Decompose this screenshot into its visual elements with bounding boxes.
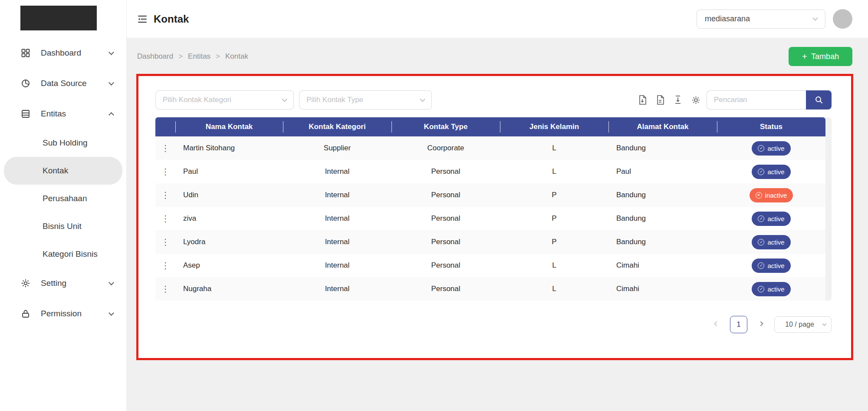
page-title: Kontak [154, 13, 189, 25]
cell-kontak-kategori: Supplier [283, 136, 391, 160]
search-button[interactable] [806, 90, 832, 109]
kontak-kategori-select[interactable]: Pilih Kontak Kategori [155, 90, 294, 109]
chevron-down-icon [812, 15, 818, 21]
tambah-button[interactable]: + Tambah [789, 47, 852, 66]
row-drag-handle[interactable]: ⋮ [161, 213, 170, 224]
cell-jenis-kelamin: L [500, 136, 608, 160]
sidebar-item-setting[interactable]: Setting [0, 268, 126, 298]
sidebar-item-label: Data Source [41, 79, 99, 88]
column-header-status[interactable]: Status [717, 117, 825, 136]
table-row[interactable]: ⋮ Nugraha Internal Personal L Cimahi act… [155, 277, 825, 301]
page-size-value: 10 / page [780, 321, 819, 328]
app-logo [20, 6, 97, 30]
cell-kontak-type: Personal [391, 277, 500, 301]
sidebar-subitem-bisnis-unit[interactable]: Bisnis Unit [4, 212, 122, 240]
pagination: 1 10 / page [713, 316, 832, 333]
cell-jenis-kelamin: L [500, 277, 608, 301]
breadcrumb-item-entitas[interactable]: Entitas [188, 52, 210, 61]
sidebar-menu: Dashboard Data Source Entitas [0, 38, 126, 329]
sidebar-item-label: Setting [41, 278, 99, 288]
cell-kontak-type: Personal [391, 230, 500, 254]
workspace-select[interactable]: mediasarana [697, 10, 825, 29]
entitas-submenu: Sub Holding Kontak Perusahaan Bisnis Uni… [0, 129, 126, 268]
status-icon [758, 169, 764, 175]
column-header-nama-kontak[interactable]: Nama Kontak [175, 117, 283, 136]
table-row[interactable]: ⋮ Udin Internal Personal P Bandung inact… [155, 183, 825, 207]
kontak-type-select[interactable]: Pilih Kontak Type [299, 90, 432, 109]
gear-icon[interactable] [691, 95, 700, 105]
status-label: active [767, 215, 784, 222]
sidebar-subitem-kategori-bisnis[interactable]: Kategori Bisnis [4, 240, 122, 268]
cell-jenis-kelamin: P [500, 183, 608, 207]
page-size-select[interactable]: 10 / page [774, 316, 832, 333]
search-input[interactable] [707, 90, 806, 109]
cell-nama-kontak: ziva [175, 207, 283, 230]
file-export-icon[interactable] [638, 95, 647, 105]
sidebar-item-entitas[interactable]: Entitas [0, 99, 126, 129]
cell-kontak-kategori: Internal [283, 207, 391, 230]
breadcrumb-item-dashboard[interactable]: Dashboard [137, 52, 173, 61]
table-row[interactable]: ⋮ Asep Internal Personal L Cimahi active [155, 254, 825, 277]
menu-fold-icon[interactable] [137, 14, 148, 24]
sidebar-subitem-sub-holding[interactable]: Sub Holding [4, 129, 122, 157]
subheader: Dashboard > Entitas > Kontak + Tambah [127, 38, 868, 75]
column-header-jenis-kelamin[interactable]: Jenis Kelamin [500, 117, 608, 136]
cell-jenis-kelamin: P [500, 207, 608, 230]
table-scrollbar[interactable] [825, 117, 832, 301]
sidebar-item-dashboard[interactable]: Dashboard [0, 38, 126, 68]
cell-alamat-kontak: Bandung [608, 207, 717, 230]
status-label: active [767, 168, 784, 176]
chevron-down-icon [822, 322, 827, 326]
chevron-down-icon [108, 80, 114, 86]
chevron-down-icon [108, 310, 114, 316]
sidebar: Dashboard Data Source Entitas [0, 0, 127, 411]
table-row[interactable]: ⋮ Lyodra Internal Personal P Bandung act… [155, 230, 825, 254]
column-header-kontak-kategori[interactable]: Kontak Kategori [283, 117, 391, 136]
sidebar-item-permission[interactable]: Permission [0, 298, 126, 329]
status-icon [758, 262, 764, 269]
cell-jenis-kelamin: P [500, 230, 608, 254]
sidebar-subitem-perusahaan[interactable]: Perusahaan [4, 185, 122, 212]
row-drag-handle[interactable]: ⋮ [161, 190, 170, 200]
sidebar-item-label: Dashboard [41, 48, 99, 58]
pagination-next[interactable] [758, 324, 764, 325]
pagination-prev[interactable] [713, 324, 720, 325]
cell-kontak-type: Personal [391, 254, 500, 277]
row-drag-handle[interactable]: ⋮ [161, 260, 170, 271]
table-row[interactable]: ⋮ Martin Sitohang Supplier Coorporate L … [155, 136, 825, 160]
status-label: active [767, 145, 784, 152]
column-header-alamat-kontak[interactable]: Alamat Kontak [608, 117, 717, 136]
column-header-actions [155, 117, 175, 136]
status-pill: inactive [750, 188, 793, 202]
row-drag-handle[interactable]: ⋮ [161, 284, 170, 294]
cell-nama-kontak: Martin Sitohang [175, 136, 283, 160]
cell-kontak-kategori: Internal [283, 277, 391, 301]
pagination-page-1[interactable]: 1 [730, 316, 747, 333]
filters-row: Pilih Kontak Kategori Pilih Kontak Type [155, 90, 832, 109]
tambah-button-label: Tambah [811, 52, 839, 61]
row-drag-handle[interactable]: ⋮ [161, 143, 170, 153]
cell-jenis-kelamin: L [500, 254, 608, 277]
file-text-icon[interactable] [655, 95, 665, 105]
table-row[interactable]: ⋮ ziva Internal Personal P Bandung activ… [155, 207, 825, 230]
grid-table-icon [21, 109, 30, 119]
sidebar-item-label: Entitas [41, 109, 99, 119]
status-label: active [767, 285, 784, 293]
table-tools [638, 95, 700, 105]
status-pill: active [752, 165, 790, 179]
import-icon[interactable] [673, 95, 683, 105]
table-row[interactable]: ⋮ Paul Internal Personal L Paul active [155, 160, 825, 183]
column-header-kontak-type[interactable]: Kontak Type [391, 117, 500, 136]
avatar[interactable] [833, 9, 852, 29]
sidebar-item-data-source[interactable]: Data Source [0, 68, 126, 99]
chevron-down-icon [282, 96, 287, 102]
cell-alamat-kontak: Cimahi [608, 277, 717, 301]
breadcrumb-item-kontak[interactable]: Kontak [225, 52, 248, 61]
cell-kontak-kategori: Internal [283, 254, 391, 277]
row-drag-handle[interactable]: ⋮ [161, 166, 170, 177]
dashboard-grid-icon [21, 48, 30, 58]
kontak-type-placeholder: Pilih Kontak Type [306, 96, 421, 104]
sidebar-subitem-kontak[interactable]: Kontak [4, 157, 122, 185]
breadcrumb-separator: > [216, 52, 220, 61]
row-drag-handle[interactable]: ⋮ [161, 237, 170, 247]
